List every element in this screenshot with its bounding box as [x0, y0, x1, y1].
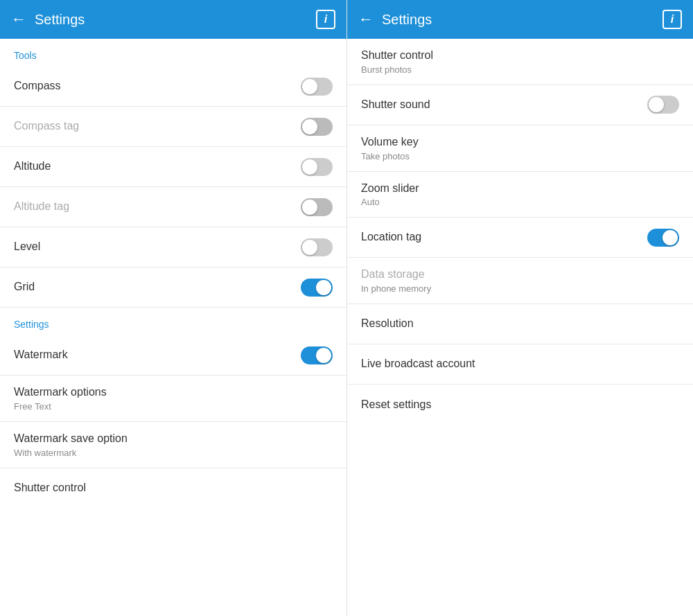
shutter-sound-title: Shutter sound: [361, 98, 647, 112]
shutter-control-left-item[interactable]: Shutter control: [0, 468, 346, 509]
right-header: ← Settings i: [347, 0, 693, 39]
volume-key-item[interactable]: Volume key Take photos: [347, 125, 693, 172]
compass-item: Compass: [0, 67, 346, 107]
altitude-title: Altitude: [14, 159, 301, 174]
resolution-item[interactable]: Resolution: [347, 304, 693, 344]
altitude-tag-title: Altitude tag: [14, 200, 301, 214]
reset-settings-item[interactable]: Reset settings: [347, 385, 693, 425]
shutter-sound-item: Shutter sound: [347, 85, 693, 125]
right-info-icon: i: [671, 13, 674, 26]
watermark-item: Watermark: [0, 335, 346, 376]
data-storage-title: Data storage: [361, 267, 679, 282]
watermark-title: Watermark: [14, 348, 301, 362]
data-storage-subtitle: In phone memory: [361, 283, 679, 294]
watermark-options-title: Watermark options: [14, 385, 333, 400]
level-title: Level: [14, 240, 301, 254]
shutter-control-right-item[interactable]: Shutter control Burst photos: [347, 39, 693, 85]
shutter-control-left-title: Shutter control: [14, 481, 333, 495]
shutter-sound-toggle[interactable]: [647, 96, 679, 114]
right-panel: ← Settings i Shutter control Burst photo…: [346, 0, 693, 616]
live-broadcast-item[interactable]: Live broadcast account: [347, 344, 693, 385]
right-back-button[interactable]: ←: [358, 10, 374, 28]
altitude-tag-toggle[interactable]: [301, 198, 333, 216]
live-broadcast-title: Live broadcast account: [361, 357, 679, 371]
left-panel: ← Settings i Tools Compass Compass tag A…: [0, 0, 346, 616]
volume-key-subtitle: Take photos: [361, 151, 679, 161]
left-content: Tools Compass Compass tag Altitude Alti: [0, 39, 346, 616]
watermark-options-subtitle: Free Text: [14, 401, 333, 412]
location-tag-toggle[interactable]: [647, 229, 679, 247]
shutter-control-right-subtitle: Burst photos: [361, 64, 679, 75]
right-content: Shutter control Burst photos Shutter sou…: [347, 39, 693, 616]
location-tag-item: Location tag: [347, 218, 693, 258]
left-header-title: Settings: [35, 12, 316, 28]
zoom-slider-item[interactable]: Zoom slider Auto: [347, 172, 693, 218]
resolution-title: Resolution: [361, 317, 679, 331]
left-back-button[interactable]: ←: [11, 10, 26, 28]
grid-toggle[interactable]: [301, 279, 333, 297]
grid-item: Grid: [0, 267, 346, 308]
shutter-control-right-title: Shutter control: [361, 49, 679, 63]
compass-tag-item: Compass tag: [0, 107, 346, 147]
watermark-options-item[interactable]: Watermark options Free Text: [0, 376, 346, 422]
level-item: Level: [0, 227, 346, 267]
zoom-slider-subtitle: Auto: [361, 197, 679, 207]
left-header: ← Settings i: [0, 0, 346, 39]
altitude-tag-item: Altitude tag: [0, 187, 346, 227]
altitude-toggle[interactable]: [301, 158, 333, 176]
compass-tag-title: Compass tag: [14, 119, 301, 134]
location-tag-title: Location tag: [361, 230, 647, 245]
volume-key-title: Volume key: [361, 135, 679, 150]
compass-toggle[interactable]: [301, 78, 333, 96]
info-icon: i: [324, 13, 327, 26]
reset-settings-title: Reset settings: [361, 398, 679, 412]
watermark-toggle[interactable]: [301, 346, 333, 364]
watermark-save-item[interactable]: Watermark save option With watermark: [0, 422, 346, 468]
right-info-button[interactable]: i: [663, 10, 682, 29]
tools-section-label: Tools: [0, 39, 346, 67]
left-info-button[interactable]: i: [316, 10, 335, 29]
watermark-save-subtitle: With watermark: [14, 448, 333, 458]
grid-title: Grid: [14, 280, 301, 294]
data-storage-item[interactable]: Data storage In phone memory: [347, 258, 693, 304]
compass-title: Compass: [14, 79, 301, 94]
compass-tag-toggle[interactable]: [301, 118, 333, 136]
level-toggle[interactable]: [301, 238, 333, 256]
zoom-slider-title: Zoom slider: [361, 182, 679, 196]
right-header-title: Settings: [382, 12, 663, 28]
settings-section-label: Settings: [0, 308, 346, 335]
watermark-save-title: Watermark save option: [14, 432, 333, 446]
altitude-item: Altitude: [0, 147, 346, 187]
